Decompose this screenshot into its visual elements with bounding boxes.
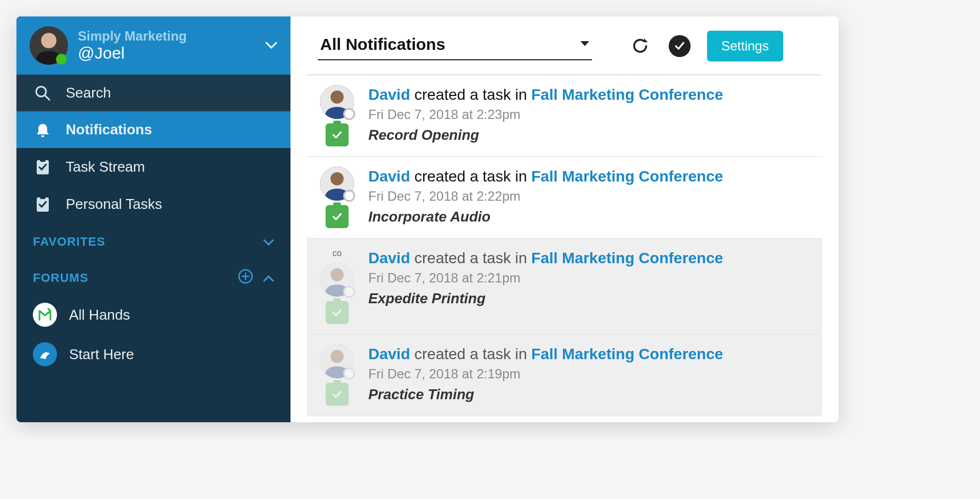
- notification-title: David created a task in Fall Marketing C…: [368, 167, 811, 186]
- notification-body: David created a task in Fall Marketing C…: [368, 85, 811, 146]
- forum-item-all-hands[interactable]: All Hands: [16, 295, 290, 334]
- notification-row[interactable]: co David created a task in Fall Marketin…: [307, 239, 822, 334]
- notification-time: Fri Dec 7, 2018 at 2:23pm: [368, 107, 811, 122]
- notification-time: Fri Dec 7, 2018 at 2:21pm: [368, 270, 811, 286]
- notification-row[interactable]: David created a task in Fall Marketing C…: [307, 334, 822, 416]
- notifications-list: David created a task in Fall Marketing C…: [290, 75, 839, 422]
- profile-avatar: [30, 26, 68, 65]
- nav-task-stream-label: Task Stream: [66, 158, 145, 175]
- task-icon: [326, 301, 349, 324]
- svg-point-14: [331, 172, 344, 185]
- notification-title: David created a task in Fall Marketing C…: [368, 344, 811, 364]
- notification-time: Fri Dec 7, 2018 at 2:22pm: [368, 189, 811, 204]
- nav-search-label: Search: [66, 84, 111, 101]
- task-icon: [326, 123, 349, 146]
- notification-avatar-col: [318, 85, 356, 146]
- actor-avatar: [320, 344, 354, 378]
- target-link[interactable]: Fall Marketing Conference: [531, 250, 723, 266]
- nav-personal-tasks[interactable]: Personal Tasks: [16, 185, 290, 223]
- actor-link[interactable]: David: [368, 168, 410, 185]
- svg-point-18: [331, 350, 344, 363]
- notification-body: David created a task in Fall Marketing C…: [368, 248, 811, 324]
- notification-avatar-col: [318, 167, 356, 228]
- forum-icon: [33, 342, 57, 366]
- actor-avatar: [320, 85, 354, 119]
- mark-all-read-button[interactable]: [668, 34, 692, 58]
- actor-link[interactable]: David: [368, 86, 410, 103]
- profile-header[interactable]: Simply Marketing @Joel: [16, 16, 290, 75]
- forum-item-label: Start Here: [69, 346, 134, 363]
- app-window: Simply Marketing @Joel Search Notificati…: [16, 16, 839, 422]
- target-link[interactable]: Fall Marketing Conference: [531, 345, 723, 362]
- notification-body: David created a task in Fall Marketing C…: [368, 167, 811, 228]
- forum-item-start-here[interactable]: Start Here: [16, 334, 290, 374]
- plus-circle-icon[interactable]: [238, 269, 253, 287]
- notification-title: David created a task in Fall Marketing C…: [368, 85, 811, 105]
- chevron-down-icon[interactable]: [265, 38, 277, 53]
- actor-link[interactable]: David: [368, 345, 410, 362]
- profile-handle: @Joel: [78, 44, 255, 63]
- settings-button[interactable]: Settings: [707, 31, 783, 61]
- notification-task: Incorporate Audio: [368, 208, 811, 225]
- notification-task: Practice Timing: [368, 386, 811, 403]
- forum-icon: [33, 303, 57, 327]
- nav-notifications[interactable]: Notifications: [16, 111, 290, 148]
- clipboard-check-icon: [33, 195, 53, 213]
- nav-notifications-label: Notifications: [66, 121, 152, 138]
- target-link[interactable]: Fall Marketing Conference: [531, 86, 723, 103]
- presence-ring-icon: [343, 286, 355, 298]
- actor-avatar: [320, 263, 354, 297]
- presence-ring-icon: [343, 190, 355, 202]
- forum-item-label: All Hands: [69, 307, 130, 324]
- clipboard-check-icon: [33, 158, 53, 175]
- chevron-down-icon[interactable]: [263, 235, 274, 249]
- actor-link[interactable]: David: [368, 250, 410, 266]
- task-icon: [326, 383, 349, 406]
- notification-verb: created a task in: [410, 250, 531, 266]
- nav-search[interactable]: Search: [16, 75, 290, 111]
- presence-ring-icon: [343, 108, 355, 120]
- notification-row[interactable]: David created a task in Fall Marketing C…: [307, 157, 822, 239]
- notification-task: Record Opening: [368, 127, 811, 144]
- notification-avatar-col: co: [318, 248, 356, 324]
- chevron-up-icon[interactable]: [263, 271, 274, 285]
- svg-point-16: [331, 268, 344, 281]
- caret-down-icon: [580, 39, 590, 49]
- profile-org: Simply Marketing: [78, 29, 255, 44]
- search-icon: [33, 85, 53, 101]
- notification-body: David created a task in Fall Marketing C…: [368, 344, 811, 406]
- sidebar: Simply Marketing @Joel Search Notificati…: [16, 16, 290, 422]
- notification-task: Expedite Printing: [368, 290, 811, 307]
- notification-title: David created a task in Fall Marketing C…: [368, 248, 811, 268]
- section-favorites[interactable]: FAVORITES: [16, 223, 290, 257]
- task-icon: [326, 205, 349, 228]
- svg-line-3: [45, 95, 49, 100]
- check-circle-icon: [669, 35, 691, 57]
- section-favorites-label: FAVORITES: [33, 235, 105, 249]
- toolbar: All Notifications Settings: [290, 16, 839, 67]
- svg-rect-7: [40, 196, 45, 199]
- svg-point-12: [331, 90, 344, 104]
- profile-text: Simply Marketing @Joel: [78, 29, 255, 63]
- presence-ring-icon: [343, 367, 355, 379]
- actor-avatar: [320, 167, 354, 201]
- presence-online-icon: [56, 54, 67, 65]
- notification-verb: created a task in: [410, 345, 531, 362]
- section-forums[interactable]: FORUMS: [16, 257, 290, 295]
- notification-verb: created a task in: [410, 168, 531, 185]
- refresh-icon: [631, 37, 649, 55]
- svg-rect-5: [40, 158, 45, 162]
- svg-point-1: [41, 33, 56, 48]
- notification-row[interactable]: David created a task in Fall Marketing C…: [307, 75, 822, 157]
- refresh-button[interactable]: [628, 34, 652, 58]
- main-panel: All Notifications Settings: [290, 16, 839, 422]
- bell-icon: [33, 122, 53, 138]
- nav-personal-tasks-label: Personal Tasks: [66, 196, 162, 213]
- notification-avatar-col: [318, 344, 356, 406]
- filter-dropdown[interactable]: All Notifications: [318, 32, 592, 60]
- section-forums-label: FORUMS: [33, 271, 88, 285]
- nav-task-stream[interactable]: Task Stream: [16, 148, 290, 185]
- notification-verb: created a task in: [410, 86, 531, 103]
- notification-time: Fri Dec 7, 2018 at 2:19pm: [368, 366, 811, 382]
- target-link[interactable]: Fall Marketing Conference: [531, 168, 723, 185]
